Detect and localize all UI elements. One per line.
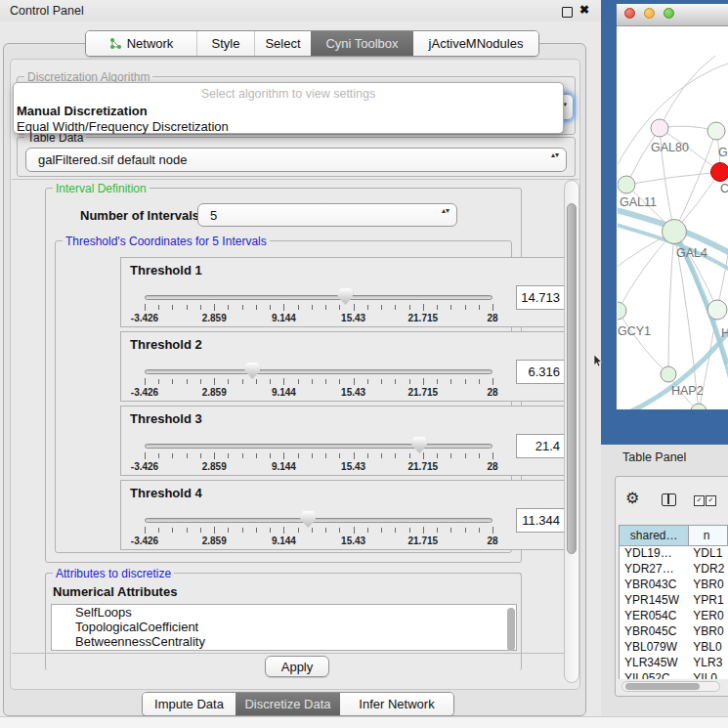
slider-thumb[interactable] [300, 511, 316, 528]
apply-button[interactable]: Apply [265, 656, 329, 677]
network-node[interactable] [707, 300, 727, 320]
threshold-value-field[interactable]: 14.713 [516, 285, 566, 310]
network-edge[interactable] [618, 62, 728, 175]
slider-track[interactable] [145, 444, 492, 449]
tick-mark [409, 528, 410, 533]
table-row[interactable]: YER054CYER0 [620, 609, 728, 624]
gear-icon[interactable]: ⚙ [625, 491, 639, 506]
table-row[interactable]: YIL052CYIL0 [620, 671, 728, 679]
network-edge[interactable] [618, 311, 668, 374]
table-row[interactable]: YBL079WYBL0 [620, 640, 728, 656]
numerical-attribute-item[interactable]: TopologicalCoefficient [52, 620, 516, 634]
slider-thumb[interactable] [244, 363, 260, 379]
network-edge[interactable] [626, 172, 720, 185]
tick-mark [395, 528, 396, 533]
tab-label: Infer Network [359, 697, 434, 711]
table-data-combobox[interactable]: galFiltered.sif default node ▴▾ [25, 148, 567, 172]
table-h-scrollbar-thumb[interactable] [625, 683, 700, 690]
network-edge[interactable] [626, 128, 660, 185]
numerical-attribute-item[interactable]: BetweennessCentrality [52, 634, 516, 649]
network-edge[interactable] [660, 56, 715, 128]
select-columns-icon[interactable]: ✓ [706, 495, 716, 506]
table-row[interactable]: YPR145WYPR1 [620, 593, 728, 609]
attributes-scrollbar-thumb[interactable] [507, 608, 515, 651]
slider-track[interactable] [145, 369, 492, 374]
tab-style[interactable]: Style [196, 31, 254, 56]
tab-label: jActiveMNodules [429, 36, 524, 51]
table-row[interactable]: YDL19…YDL1 [620, 546, 728, 562]
algorithm-dropdown-popup: Select algorithm to view settings Manual… [13, 82, 564, 134]
tick-mark [158, 528, 159, 533]
table-row[interactable]: YBR045CYBR0 [620, 624, 728, 640]
tick-mark [200, 305, 201, 310]
tick-mark [145, 378, 146, 385]
column-split-icon[interactable] [662, 493, 676, 506]
threshold-label: Threshold 3 [130, 411, 202, 426]
zoom-traffic-light-icon[interactable] [664, 8, 674, 19]
table-header-row: shared…n [620, 526, 728, 546]
table-cell-name: YPR1 [689, 593, 728, 609]
tick-mark [187, 453, 188, 458]
float-icon[interactable] [562, 7, 573, 18]
slider-tick-labels: -3.4262.8599.14415.4321.71528 [145, 461, 492, 473]
tab-discretize-data[interactable]: Discretize Data [236, 693, 340, 715]
network-canvas[interactable]: GAL80GACGAL11GAL4GCY1HHAP2 [618, 26, 728, 409]
control-panel-window: Control Panel ✖ NetworkStyleSelectCyni T… [0, 0, 601, 716]
select-columns-icon[interactable]: ✓ [694, 495, 705, 506]
table-header-shared-name[interactable]: shared… [620, 526, 689, 546]
algorithm-option[interactable]: Equal Width/Frequency Discretization [14, 119, 563, 135]
tick-label: 2.859 [202, 387, 227, 398]
close-icon[interactable]: ✖ [579, 3, 589, 17]
slider-thumb[interactable] [337, 288, 353, 305]
threshold-value-field[interactable]: 11.344 [516, 508, 566, 533]
threshold-value-field[interactable]: 21.4 [516, 434, 566, 458]
table-row[interactable]: YLR345WYLR3 [620, 656, 728, 671]
tick-mark [242, 528, 243, 533]
network-node[interactable] [707, 122, 725, 140]
slider-track[interactable] [145, 518, 492, 523]
network-node[interactable] [618, 176, 635, 193]
numerical-attribute-item[interactable]: SelfLoops [52, 605, 516, 620]
close-traffic-light-icon[interactable] [624, 8, 635, 19]
number-of-intervals-combobox[interactable]: 5 ▴▾ [197, 203, 457, 227]
tick-mark [270, 528, 271, 533]
network-node[interactable] [711, 163, 728, 182]
threshold-slider[interactable]: -3.4262.8599.14415.4321.71528 [145, 436, 492, 475]
tick-mark [395, 379, 396, 384]
slider-thumb[interactable] [411, 437, 427, 453]
network-node[interactable] [691, 404, 707, 409]
tab-select[interactable]: Select [254, 31, 311, 56]
tab-infer-network[interactable]: Infer Network [340, 693, 453, 715]
slider-ticks [145, 452, 492, 460]
threshold-slider[interactable]: -3.4262.8599.14415.4321.71528 [145, 510, 492, 549]
tick-mark [450, 305, 451, 310]
settings-scrollbar-thumb[interactable] [567, 203, 577, 554]
tick-mark [312, 379, 313, 384]
minimize-traffic-light-icon[interactable] [644, 8, 655, 19]
table-header-name[interactable]: n [689, 526, 728, 546]
threshold-slider[interactable]: -3.4262.8599.14415.4321.71528 [145, 362, 492, 401]
threshold-slider[interactable]: -3.4262.8599.14415.4321.71528 [145, 287, 492, 326]
algorithm-placeholder-option[interactable]: Select algorithm to view settings [14, 87, 563, 104]
table-row[interactable]: YBR043CYBR0 [620, 578, 728, 593]
tab-impute-data[interactable]: Impute Data [143, 693, 236, 715]
network-edge[interactable] [668, 232, 674, 374]
network-node[interactable] [651, 119, 668, 137]
table-cell-shared-name: YBL079W [620, 640, 689, 656]
tick-mark [242, 453, 243, 458]
network-node[interactable] [663, 220, 687, 244]
tab-cyni-toolbox[interactable]: Cyni Toolbox [311, 31, 413, 56]
table-row[interactable]: YDR27…YDR2 [620, 562, 728, 578]
tick-label: 28 [487, 461, 497, 472]
network-node[interactable] [618, 302, 626, 320]
network-node[interactable] [661, 366, 676, 382]
tab-jactivemnodules[interactable]: jActiveMNodules [413, 31, 538, 56]
control-panel-titlebar: Control Panel [0, 0, 601, 21]
tick-mark [381, 528, 382, 533]
algorithm-option[interactable]: Manual Discretization [14, 104, 563, 119]
slider-track[interactable] [145, 295, 492, 300]
network-edge[interactable] [618, 232, 674, 311]
tab-network[interactable]: Network [86, 31, 196, 56]
threshold-value-field[interactable]: 6.316 [516, 360, 566, 384]
tick-mark [200, 528, 201, 533]
